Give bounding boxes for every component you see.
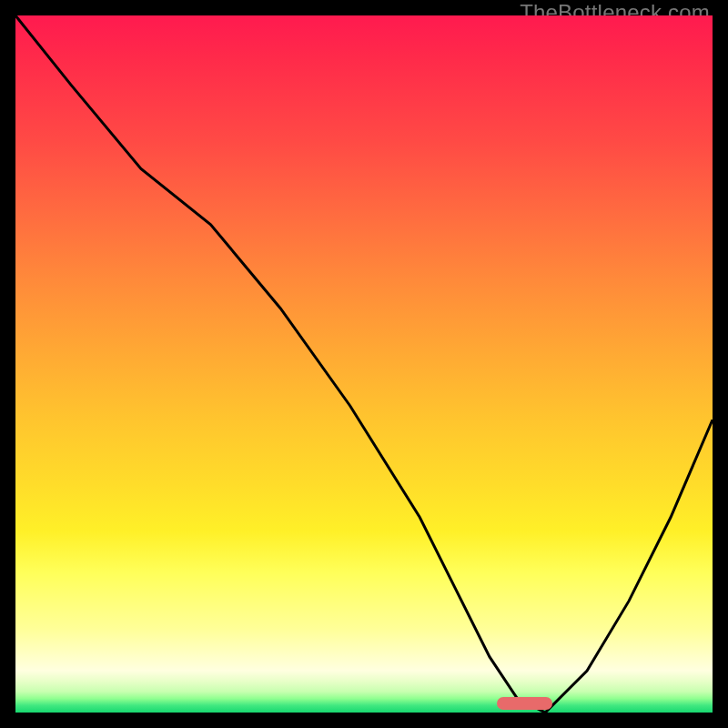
chart-plot-area: [15, 15, 713, 713]
bottleneck-curve: [15, 15, 713, 713]
optimal-range-marker: [497, 697, 552, 710]
curve-path: [15, 15, 713, 713]
